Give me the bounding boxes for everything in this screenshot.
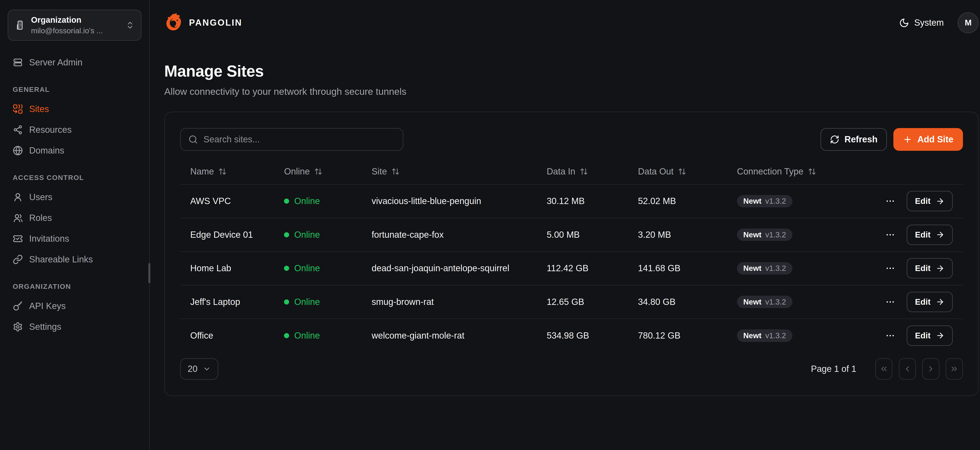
org-switcher-label: Organization bbox=[31, 15, 81, 24]
search-box bbox=[180, 128, 403, 151]
last-page-button[interactable] bbox=[946, 358, 963, 380]
row-menu-button[interactable] bbox=[883, 227, 898, 242]
table-row: Edge Device 01 Online fortunate-cape-fox… bbox=[180, 218, 963, 252]
sidebar-item-invitations[interactable]: Invitations bbox=[8, 228, 142, 249]
first-page-button[interactable] bbox=[875, 358, 892, 380]
ellipsis-icon bbox=[885, 263, 895, 273]
arrow-right-icon bbox=[936, 331, 945, 340]
row-menu-button[interactable] bbox=[883, 193, 898, 209]
next-page-button[interactable] bbox=[922, 358, 939, 380]
sidebar-item-label: Server Admin bbox=[29, 57, 83, 68]
chevron-left-icon bbox=[903, 364, 912, 373]
sidebar-item-resources[interactable]: Resources bbox=[8, 119, 142, 140]
site-slug-cell: welcome-giant-mole-rat bbox=[361, 319, 536, 352]
ticket-check-icon bbox=[13, 234, 23, 244]
sidebar-item-shareable-links[interactable]: Shareable Links bbox=[8, 249, 142, 270]
data-out-cell: 780.12 GB bbox=[628, 319, 727, 352]
sort-icon bbox=[580, 168, 588, 176]
site-slug-cell: vivacious-little-blue-penguin bbox=[361, 184, 536, 218]
previous-page-button[interactable] bbox=[899, 358, 916, 380]
ellipsis-icon bbox=[885, 230, 895, 240]
online-dot-icon bbox=[284, 266, 289, 271]
users-icon bbox=[13, 213, 23, 223]
connection-type-badge: Newtv1.3.2 bbox=[737, 330, 792, 342]
search-icon bbox=[188, 135, 198, 144]
sidebar-item-label: Roles bbox=[29, 213, 52, 223]
sort-icon bbox=[678, 168, 686, 176]
sidebar-item-settings[interactable]: Settings bbox=[8, 317, 142, 337]
chevrons-left-icon bbox=[880, 364, 888, 373]
refresh-button[interactable]: Refresh bbox=[821, 128, 887, 151]
column-header-data-in[interactable]: Data In bbox=[547, 166, 617, 177]
data-in-cell: 12.65 GB bbox=[536, 285, 628, 319]
sidebar-item-api-keys[interactable]: API Keys bbox=[8, 296, 142, 317]
search-input[interactable] bbox=[204, 134, 395, 144]
sidebar-section-access-control: ACCESS CONTROL bbox=[13, 174, 137, 182]
ellipsis-icon bbox=[885, 196, 895, 206]
sidebar: Organization milo@fossorial.io's ... Ser… bbox=[0, 0, 150, 450]
edit-button[interactable]: Edit bbox=[907, 191, 953, 211]
link-icon bbox=[13, 254, 23, 265]
edit-button[interactable]: Edit bbox=[907, 258, 953, 279]
sidebar-resize-handle[interactable] bbox=[148, 263, 150, 284]
data-out-cell: 34.80 GB bbox=[628, 285, 727, 319]
sidebar-section-general: GENERAL bbox=[13, 86, 137, 93]
org-switcher[interactable]: Organization milo@fossorial.io's ... bbox=[8, 10, 142, 41]
sidebar-item-label: Resources bbox=[29, 125, 72, 135]
data-out-cell: 3.20 MB bbox=[628, 218, 727, 252]
sort-icon bbox=[391, 168, 399, 176]
globe-icon bbox=[13, 146, 23, 156]
sidebar-item-roles[interactable]: Roles bbox=[8, 208, 142, 228]
sidebar-item-label: Users bbox=[29, 192, 52, 203]
edit-button[interactable]: Edit bbox=[907, 325, 953, 346]
chevrons-up-down-icon bbox=[126, 21, 134, 30]
sidebar-item-domains[interactable]: Domains bbox=[8, 140, 142, 161]
row-menu-button[interactable] bbox=[883, 261, 898, 276]
add-site-button[interactable]: Add Site bbox=[893, 128, 963, 151]
table-row: Home Lab Online dead-san-joaquin-antelop… bbox=[180, 252, 963, 285]
connection-type-badge: Newtv1.3.2 bbox=[737, 296, 792, 308]
edit-button[interactable]: Edit bbox=[907, 292, 953, 312]
gear-icon bbox=[13, 322, 23, 332]
data-in-cell: 112.42 GB bbox=[536, 252, 628, 285]
page-size-select[interactable]: 20 bbox=[180, 358, 218, 380]
ellipsis-icon bbox=[885, 297, 895, 307]
online-dot-icon bbox=[284, 333, 289, 338]
sites-table: Name Online Site Data In Data Out Connec… bbox=[180, 159, 963, 352]
column-header-site[interactable]: Site bbox=[372, 166, 527, 177]
status-badge: Online bbox=[284, 263, 351, 273]
app-root: Organization milo@fossorial.io's ... Ser… bbox=[0, 0, 980, 450]
org-switcher-value: milo@fossorial.io's ... bbox=[31, 27, 103, 35]
status-badge: Online bbox=[284, 196, 351, 206]
sites-card: Refresh Add Site bbox=[164, 112, 978, 396]
column-header-name[interactable]: Name bbox=[190, 166, 264, 177]
column-header-data-out[interactable]: Data Out bbox=[638, 166, 717, 177]
sites-icon bbox=[13, 104, 23, 114]
edit-button[interactable]: Edit bbox=[907, 225, 953, 245]
sidebar-item-label: Invitations bbox=[29, 233, 69, 244]
sidebar-item-server-admin[interactable]: Server Admin bbox=[8, 52, 142, 73]
chevrons-right-icon bbox=[950, 364, 959, 373]
user-icon bbox=[13, 192, 23, 202]
column-header-connection-type[interactable]: Connection Type bbox=[737, 166, 834, 177]
sidebar-item-label: Settings bbox=[29, 322, 61, 332]
table-row: Office Online welcome-giant-mole-rat 534… bbox=[180, 319, 963, 352]
main-area: PANGOLIN System M Manage Sites Allow con… bbox=[150, 0, 980, 450]
site-name-cell: Home Lab bbox=[180, 252, 274, 285]
server-icon bbox=[13, 57, 23, 68]
sidebar-item-sites[interactable]: Sites bbox=[8, 99, 142, 119]
status-badge: Online bbox=[284, 331, 351, 341]
column-header-online[interactable]: Online bbox=[284, 166, 351, 177]
online-dot-icon bbox=[284, 299, 289, 304]
avatar[interactable]: M bbox=[958, 12, 978, 33]
brand-logo[interactable]: PANGOLIN bbox=[164, 13, 242, 33]
site-slug-cell: fortunate-cape-fox bbox=[361, 218, 536, 252]
row-menu-button[interactable] bbox=[883, 294, 898, 310]
sidebar-item-users[interactable]: Users bbox=[8, 187, 142, 208]
brand-wordmark: PANGOLIN bbox=[189, 17, 242, 28]
row-menu-button[interactable] bbox=[883, 328, 898, 343]
site-name-cell: Office bbox=[180, 319, 274, 352]
sidebar-item-label: Sites bbox=[29, 104, 49, 114]
theme-toggle[interactable]: System bbox=[899, 17, 944, 28]
site-slug-cell: smug-brown-rat bbox=[361, 285, 536, 319]
